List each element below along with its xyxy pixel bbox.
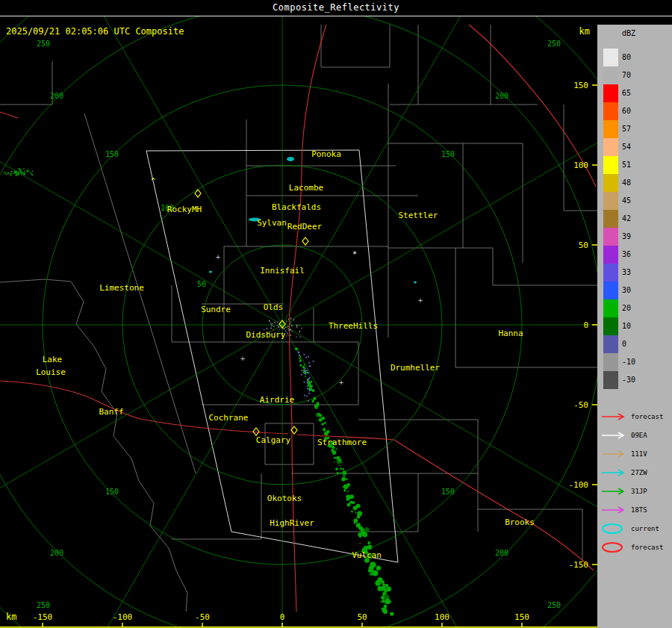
colorbar-entry: 54 [597,138,672,156]
reflectivity-echo [375,580,381,586]
town-label: Calgary [256,435,291,445]
ground-clutter [289,329,290,331]
reflectivity-echo [372,571,378,576]
colorbar-swatch [603,353,618,371]
reflectivity-speckle [308,372,309,373]
reflectivity-echo [299,357,300,358]
town-label: Brooks [505,517,535,527]
colorbar-swatch [603,138,618,156]
range-ring-label: 50 [197,280,206,288]
town-label: Cochrane [209,413,249,423]
town-label: Ponoka [311,149,341,159]
reflectivity-speckle [305,370,306,372]
water-layer [209,157,417,284]
edge-echo-cluster [11,171,13,172]
legend-item: 31JP [597,482,672,500]
x-axis-label: 0 [280,612,285,622]
edge-echo-cluster [32,170,34,172]
reflectivity-speckle [305,357,307,358]
ground-clutter [269,320,270,322]
ground-clutter [269,321,270,323]
reflectivity-echo [304,364,305,365]
legend-ellipse-icon [600,541,629,553]
colorbar-swatch [603,84,618,102]
range-ring-label: 250 [37,40,50,48]
colorbar-value: 36 [622,246,631,264]
colorbar-swatch [603,246,618,264]
y-axis-label: 0 [583,320,588,330]
colorbar: 807065605754514845423936333020100-10-30 [597,49,672,389]
town-label: Sylvan [257,218,287,228]
radar-display[interactable]: 5010015020025015020025015020025015020025… [0,16,597,628]
colorbar-value: 45 [622,192,631,210]
reflectivity-echo [347,479,349,480]
reflectivity-echo [346,497,350,501]
ground-clutter [290,329,291,330]
colorbar-value: 10 [622,317,631,335]
town-label: RockyMH [167,205,202,214]
colorbar-entry: 45 [597,192,672,210]
reflectivity-echo [357,515,361,519]
reflectivity-echo [350,495,354,499]
colorbar-entry: -10 [597,353,672,371]
colorbar-value: 60 [622,102,631,120]
colorbar-swatch [603,317,618,335]
reflectivity-echo [343,489,346,491]
edge-echo-cluster [19,170,20,172]
ground-clutter [299,325,300,326]
reflectivity-echo [367,545,372,550]
reflectivity-echo [332,450,337,455]
reflectivity-echo [390,612,393,615]
ground-clutter [278,326,279,327]
legend-item: 111V [597,444,672,463]
y-axis-label: -150 [569,560,589,570]
colorbar-value: 33 [622,264,631,282]
reflectivity-echo [358,514,360,515]
reflectivity-echo [368,568,373,573]
ground-clutter [287,329,289,330]
range-ring [0,16,597,628]
x-axis-label: -50 [195,612,210,622]
reflectivity-speckle [306,395,308,397]
colorbar-swatch [603,371,618,389]
radar-site-icon[interactable] [302,237,308,245]
edge-echo-cluster [15,172,16,173]
radar-site-icon[interactable] [253,428,259,435]
y-axis-label: -50 [573,400,588,410]
colorbar-value: 30 [622,282,631,299]
range-ring-label: 200 [50,92,63,100]
reflectivity-echo [370,573,373,575]
legend-item: forecast [597,407,672,426]
town-label: Stettler [399,211,438,220]
reflectivity-speckle [306,382,308,384]
edge-echo-cluster [19,168,20,170]
reflectivity-echo [299,364,302,367]
town-label: Didsbury [246,330,286,340]
colorbar-entry: 0 [597,335,672,353]
edge-echo-cluster [10,175,12,176]
reflectivity-echo [383,609,388,614]
edge-echo-cluster [5,173,7,175]
legend-item: 27ZW [597,463,672,482]
ground-clutter [271,326,273,327]
ground-clutter [286,320,287,322]
colorbar-swatch [603,120,618,138]
legend-label: 09EA [631,432,647,439]
colorbar-entry: 30 [597,282,672,299]
town-label: Vulcan [352,550,382,560]
edge-echo-cluster [31,174,33,175]
colorbar-value: 70 [622,66,631,84]
ground-clutter [277,321,279,323]
colorbar-swatch [603,210,618,228]
reflectivity-echo [364,527,370,532]
edge-echo-cluster [16,175,17,176]
reflectivity-speckle [308,393,310,394]
legend-item: 09EA [597,426,672,444]
reflectivity-echo [353,519,358,523]
reflectivity-echo [310,381,312,383]
reflectivity-speckle [304,382,305,383]
legend-label: 31JP [631,488,647,495]
edge-echo-cluster [17,174,19,175]
reflectivity-speckle [305,367,306,369]
colorbar-entry: 65 [597,84,672,102]
